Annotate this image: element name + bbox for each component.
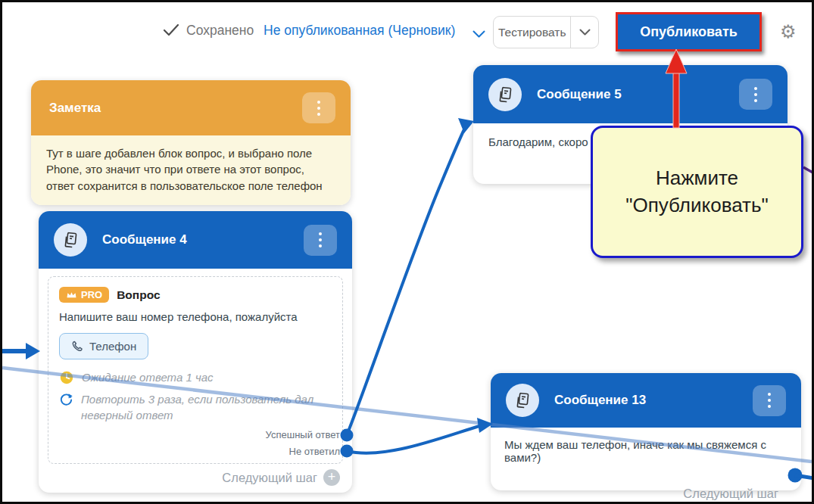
annotation-line2: "Опубликовать" [625,192,768,219]
test-split-button[interactable]: Тестировать [493,16,599,48]
message4-card: Сообщение 4 PRO Вопрос Напишите ваш номе… [39,211,352,493]
pro-badge: PRO [59,287,109,303]
saved-check-icon [163,23,179,40]
question-block-label: Вопрос [117,288,160,302]
message4-body: PRO Вопрос Напишите ваш номер телефона, … [39,269,352,493]
message13-body-text: Мы ждем ваш телефон, иначе как мы свяжем… [504,438,766,464]
saved-status-text: Сохранено [186,23,254,39]
wait-timeout-row: Ожидание ответа 1 час [59,370,332,385]
next-step-label: Следующий шаг [222,471,317,485]
publish-button-label[interactable]: Опубликовать [640,24,738,40]
message-type-icon [54,223,87,257]
settings-gear-icon[interactable]: ⚙ [780,21,797,42]
message4-header[interactable]: Сообщение 4 [39,211,352,269]
output-success-label: Успешный ответ [266,429,340,440]
wait-timeout-text: Ожидание ответа 1 час [82,370,214,385]
question-block[interactable]: PRO Вопрос Напишите ваш номер телефона, … [48,276,343,464]
output-no-answer-label: Не ответил [289,446,341,457]
repeat-rule-text: Повторить 3 раза, если пользователь дал … [81,392,331,423]
message4-next-step[interactable]: Следующий шаг + [222,469,340,486]
arrowhead-into-message5 [458,118,474,133]
message5-title: Сообщение 5 [537,87,739,102]
note-card-title: Заметка [49,101,302,116]
message4-kebab-menu-icon[interactable] [304,225,337,256]
phone-field-chip[interactable]: Телефон [59,333,148,359]
note-card: Заметка Тут в шаге добавлен блок вопрос,… [31,80,351,205]
message-type-icon [506,384,539,417]
note-card-header[interactable]: Заметка [31,80,351,135]
annotation-callout: Нажмите "Опубликовать" [591,126,803,258]
connector-noanswer-to-message13 [347,426,479,453]
publication-status-dropdown[interactable]: Не опубликованная (Черновик) [264,23,455,39]
connector-success-to-message5 [347,128,465,435]
purple-connector-segment [803,167,814,173]
phone-icon [71,341,83,353]
flow-builder-screen: Сохранено Не опубликованная (Черновик) Т… [0,0,814,504]
publish-button-highlighted[interactable]: Опубликовать [616,12,762,51]
annotation-line1: Нажмите [656,165,738,191]
top-toolbar: Сохранено Не опубликованная (Черновик) Т… [2,2,812,60]
message13-kebab-menu-icon[interactable] [753,385,786,416]
test-button-label[interactable]: Тестировать [494,26,570,39]
message13-next-step-label[interactable]: Следующий шаг [683,487,778,501]
message13-header[interactable]: Сообщение 13 [491,373,801,428]
message5-kebab-menu-icon[interactable] [739,79,772,110]
chevron-down-icon[interactable] [472,28,485,42]
repeat-rule-row: Повторить 3 раза, если пользователь дал … [59,392,332,423]
phone-chip-label: Телефон [89,340,136,353]
crown-icon [66,291,77,299]
message5-header[interactable]: Сообщение 5 [473,65,787,123]
note-kebab-menu-icon[interactable] [302,92,335,123]
message13-title: Сообщение 13 [554,393,753,408]
note-card-body-text: Тут в шаге добавлен блок вопрос, и выбра… [31,135,351,205]
message13-body: Мы ждем ваш телефон, иначе как мы свяжем… [491,428,801,490]
message4-title: Сообщение 4 [102,232,304,247]
message13-card: Сообщение 13 Мы ждем ваш телефон, иначе … [491,373,801,490]
message-type-icon [488,78,522,111]
question-text: Напишите ваш номер телефона, пожалуйста [59,310,332,323]
refresh-icon [59,393,73,407]
test-chevron-down-icon[interactable] [571,29,598,36]
clock-icon [59,370,74,385]
add-next-step-icon[interactable]: + [323,469,340,486]
